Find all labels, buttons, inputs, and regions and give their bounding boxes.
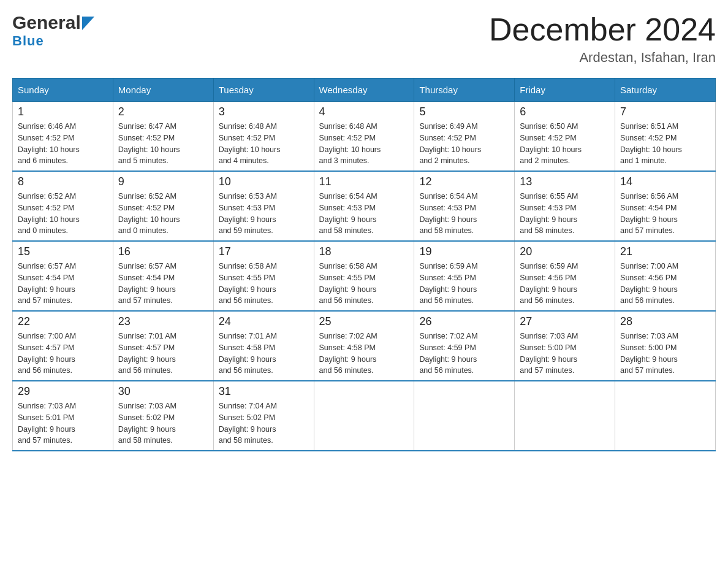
day-number: 14 (620, 175, 710, 188)
day-number: 13 (520, 175, 610, 188)
month-title: December 2024 (489, 12, 716, 47)
day-info: Sunrise: 7:01 AM Sunset: 4:57 PM Dayligh… (118, 331, 208, 377)
calendar-week-row: 1Sunrise: 6:46 AM Sunset: 4:52 PM Daylig… (13, 102, 716, 172)
calendar-cell: 8Sunrise: 6:52 AM Sunset: 4:52 PM Daylig… (13, 171, 113, 241)
day-number: 12 (419, 175, 509, 188)
day-number: 3 (219, 105, 309, 118)
day-number: 31 (219, 385, 309, 398)
calendar-cell: 2Sunrise: 6:47 AM Sunset: 4:52 PM Daylig… (113, 102, 213, 172)
day-number: 16 (118, 245, 208, 258)
weekday-header-friday: Friday (515, 79, 615, 102)
calendar-cell: 21Sunrise: 7:00 AM Sunset: 4:56 PM Dayli… (615, 241, 716, 311)
calendar-cell: 1Sunrise: 6:46 AM Sunset: 4:52 PM Daylig… (13, 102, 113, 172)
day-number: 6 (520, 105, 610, 118)
day-info: Sunrise: 6:57 AM Sunset: 4:54 PM Dayligh… (18, 261, 108, 307)
calendar-cell: 5Sunrise: 6:49 AM Sunset: 4:52 PM Daylig… (414, 102, 515, 172)
day-info: Sunrise: 6:53 AM Sunset: 4:53 PM Dayligh… (219, 191, 309, 237)
weekday-header-sunday: Sunday (13, 79, 113, 102)
title-section: December 2024 Ardestan, Isfahan, Iran (489, 12, 716, 66)
day-info: Sunrise: 7:03 AM Sunset: 5:00 PM Dayligh… (520, 331, 610, 377)
calendar-cell: 30Sunrise: 7:03 AM Sunset: 5:02 PM Dayli… (113, 381, 213, 451)
calendar-cell: 14Sunrise: 6:56 AM Sunset: 4:54 PM Dayli… (615, 171, 716, 241)
day-number: 17 (219, 245, 309, 258)
day-number: 19 (419, 245, 509, 258)
day-info: Sunrise: 6:50 AM Sunset: 4:52 PM Dayligh… (520, 121, 610, 167)
calendar-cell: 29Sunrise: 7:03 AM Sunset: 5:01 PM Dayli… (13, 381, 113, 451)
calendar-cell (414, 381, 515, 451)
calendar-cell: 4Sunrise: 6:48 AM Sunset: 4:52 PM Daylig… (314, 102, 414, 172)
day-number: 26 (419, 315, 509, 328)
calendar-header: SundayMondayTuesdayWednesdayThursdayFrid… (13, 79, 716, 102)
day-info: Sunrise: 6:58 AM Sunset: 4:55 PM Dayligh… (219, 261, 309, 307)
calendar-cell: 24Sunrise: 7:01 AM Sunset: 4:58 PM Dayli… (213, 311, 314, 381)
calendar-table: SundayMondayTuesdayWednesdayThursdayFrid… (12, 78, 716, 451)
calendar-cell: 15Sunrise: 6:57 AM Sunset: 4:54 PM Dayli… (13, 241, 113, 311)
logo-blue-text: Blue (12, 33, 44, 49)
calendar-cell: 11Sunrise: 6:54 AM Sunset: 4:53 PM Dayli… (314, 171, 414, 241)
calendar-cell: 26Sunrise: 7:02 AM Sunset: 4:59 PM Dayli… (414, 311, 515, 381)
day-info: Sunrise: 7:03 AM Sunset: 5:00 PM Dayligh… (620, 331, 710, 377)
svg-marker-0 (82, 17, 94, 30)
day-number: 22 (18, 315, 108, 328)
day-info: Sunrise: 7:04 AM Sunset: 5:02 PM Dayligh… (219, 400, 309, 446)
day-info: Sunrise: 6:49 AM Sunset: 4:52 PM Dayligh… (419, 121, 509, 167)
day-number: 30 (118, 385, 208, 398)
day-info: Sunrise: 6:59 AM Sunset: 4:56 PM Dayligh… (520, 261, 610, 307)
calendar-cell: 28Sunrise: 7:03 AM Sunset: 5:00 PM Dayli… (615, 311, 716, 381)
day-number: 25 (319, 315, 409, 328)
calendar-cell: 25Sunrise: 7:02 AM Sunset: 4:58 PM Dayli… (314, 311, 414, 381)
day-number: 7 (620, 105, 710, 118)
calendar-cell (515, 381, 615, 451)
calendar-cell: 20Sunrise: 6:59 AM Sunset: 4:56 PM Dayli… (515, 241, 615, 311)
calendar-cell: 19Sunrise: 6:59 AM Sunset: 4:55 PM Dayli… (414, 241, 515, 311)
day-info: Sunrise: 7:02 AM Sunset: 4:58 PM Dayligh… (319, 331, 409, 377)
day-number: 18 (319, 245, 409, 258)
day-number: 21 (620, 245, 710, 258)
calendar-cell: 3Sunrise: 6:48 AM Sunset: 4:52 PM Daylig… (213, 102, 314, 172)
day-number: 23 (118, 315, 208, 328)
day-number: 9 (118, 175, 208, 188)
calendar-week-row: 22Sunrise: 7:00 AM Sunset: 4:57 PM Dayli… (13, 311, 716, 381)
calendar-week-row: 29Sunrise: 7:03 AM Sunset: 5:01 PM Dayli… (13, 381, 716, 451)
logo-triangle-icon (82, 17, 94, 30)
calendar-cell: 23Sunrise: 7:01 AM Sunset: 4:57 PM Dayli… (113, 311, 213, 381)
day-number: 28 (620, 315, 710, 328)
day-info: Sunrise: 7:03 AM Sunset: 5:01 PM Dayligh… (18, 400, 108, 446)
calendar-cell (615, 381, 716, 451)
logo-general-text: General (12, 12, 81, 33)
day-number: 8 (18, 175, 108, 188)
day-number: 27 (520, 315, 610, 328)
calendar-cell: 16Sunrise: 6:57 AM Sunset: 4:54 PM Dayli… (113, 241, 213, 311)
day-number: 1 (18, 105, 108, 118)
day-info: Sunrise: 6:54 AM Sunset: 4:53 PM Dayligh… (319, 191, 409, 237)
day-number: 20 (520, 245, 610, 258)
logo: General Blue (12, 12, 94, 49)
calendar-body: 1Sunrise: 6:46 AM Sunset: 4:52 PM Daylig… (13, 102, 716, 451)
calendar-cell: 9Sunrise: 6:52 AM Sunset: 4:52 PM Daylig… (113, 171, 213, 241)
weekday-header-thursday: Thursday (414, 79, 515, 102)
calendar-cell: 6Sunrise: 6:50 AM Sunset: 4:52 PM Daylig… (515, 102, 615, 172)
day-info: Sunrise: 6:52 AM Sunset: 4:52 PM Dayligh… (118, 191, 208, 237)
calendar-cell: 22Sunrise: 7:00 AM Sunset: 4:57 PM Dayli… (13, 311, 113, 381)
calendar-cell: 31Sunrise: 7:04 AM Sunset: 5:02 PM Dayli… (213, 381, 314, 451)
calendar-cell: 7Sunrise: 6:51 AM Sunset: 4:52 PM Daylig… (615, 102, 716, 172)
calendar-week-row: 8Sunrise: 6:52 AM Sunset: 4:52 PM Daylig… (13, 171, 716, 241)
day-info: Sunrise: 6:55 AM Sunset: 4:53 PM Dayligh… (520, 191, 610, 237)
day-info: Sunrise: 6:48 AM Sunset: 4:52 PM Dayligh… (319, 121, 409, 167)
weekday-header-saturday: Saturday (615, 79, 716, 102)
day-number: 24 (219, 315, 309, 328)
day-info: Sunrise: 6:56 AM Sunset: 4:54 PM Dayligh… (620, 191, 710, 237)
weekday-header-monday: Monday (113, 79, 213, 102)
day-info: Sunrise: 7:03 AM Sunset: 5:02 PM Dayligh… (118, 400, 208, 446)
day-info: Sunrise: 7:02 AM Sunset: 4:59 PM Dayligh… (419, 331, 509, 377)
day-info: Sunrise: 6:48 AM Sunset: 4:52 PM Dayligh… (219, 121, 309, 167)
day-number: 5 (419, 105, 509, 118)
day-info: Sunrise: 6:57 AM Sunset: 4:54 PM Dayligh… (118, 261, 208, 307)
calendar-cell: 18Sunrise: 6:58 AM Sunset: 4:55 PM Dayli… (314, 241, 414, 311)
day-info: Sunrise: 6:59 AM Sunset: 4:55 PM Dayligh… (419, 261, 509, 307)
day-number: 29 (18, 385, 108, 398)
day-number: 4 (319, 105, 409, 118)
weekday-header-wednesday: Wednesday (314, 79, 414, 102)
calendar-cell (314, 381, 414, 451)
calendar-cell: 10Sunrise: 6:53 AM Sunset: 4:53 PM Dayli… (213, 171, 314, 241)
